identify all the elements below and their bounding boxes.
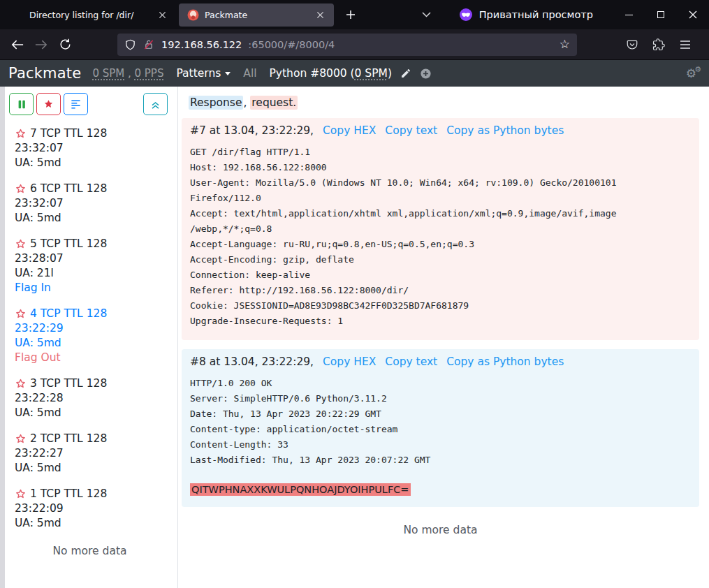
settings-gears-icon[interactable]: ⚙⚙ bbox=[686, 66, 696, 80]
packet-title: 1 TCP TTL 128 bbox=[30, 487, 107, 501]
favorite-star-icon[interactable] bbox=[15, 433, 27, 445]
app-brand[interactable]: Packmate bbox=[8, 65, 81, 82]
packet-time: 23:22:27 bbox=[15, 446, 170, 461]
packet-sidebar: 7 TCP TTL 128 23:32:07 UA: 5md 6 TCP TTL… bbox=[5, 87, 178, 588]
packet-user-agent: UA: 5md bbox=[15, 156, 170, 170]
packet-list-item-6[interactable]: 6 TCP TTL 128 23:32:07 UA: 5md bbox=[15, 182, 170, 226]
copy-text-link[interactable]: Copy text bbox=[385, 124, 437, 137]
packet-card-response-8: #8 at 13.04, 23:22:29, Copy HEX Copy tex… bbox=[182, 349, 699, 507]
copy-hex-link[interactable]: Copy HEX bbox=[323, 355, 376, 368]
favorites-filter-button[interactable] bbox=[36, 93, 61, 115]
flag-match-highlight: QITWPHNAXXKWULPQNHOAJDYOIHPULFC= bbox=[190, 483, 411, 496]
browser-tab-bar: Directory listing for /dir/ Packmate bbox=[0, 0, 709, 29]
patterns-label: Patterns bbox=[176, 67, 221, 80]
copy-text-link[interactable]: Copy text bbox=[385, 355, 437, 368]
favorite-star-icon[interactable] bbox=[15, 183, 27, 195]
sidebar-scrollbar[interactable] bbox=[0, 87, 5, 588]
pause-capture-button[interactable] bbox=[9, 93, 34, 115]
stats-separator: , bbox=[124, 67, 134, 80]
reload-button[interactable] bbox=[53, 34, 77, 56]
forward-button[interactable] bbox=[29, 34, 53, 56]
flag-out-link[interactable]: Flag Out bbox=[15, 351, 170, 365]
pocket-icon[interactable] bbox=[620, 34, 644, 56]
content-area: 7 TCP TTL 128 23:32:07 UA: 5md 6 TCP TTL… bbox=[0, 87, 709, 588]
private-browsing-badge: Приватный просмотр bbox=[459, 8, 593, 22]
packet-time: 23:28:07 bbox=[15, 251, 170, 266]
sidebar-toolbar bbox=[9, 93, 170, 115]
list-tabs-chevron-icon[interactable] bbox=[416, 3, 438, 26]
flag-in-link[interactable]: Flag In bbox=[15, 281, 170, 295]
legend-request: request. bbox=[250, 96, 298, 110]
tab-title: Packmate bbox=[205, 10, 307, 20]
packet-user-agent: UA: 5md bbox=[15, 516, 170, 531]
favorite-star-icon[interactable] bbox=[15, 488, 27, 500]
packet-list-item-4-selected[interactable]: 4 TCP TTL 128 23:22:29 UA: 5md Flag Out bbox=[15, 307, 170, 365]
favorite-star-icon[interactable] bbox=[15, 308, 27, 320]
packet-list-item-1[interactable]: 1 TCP TTL 128 23:22:09 UA: 5md bbox=[15, 487, 170, 531]
edit-service-pencil-icon[interactable] bbox=[400, 68, 411, 79]
new-tab-button[interactable] bbox=[339, 3, 362, 26]
packet-payload: HTTP/1.0 200 OK Server: SimpleHTTP/0.6 P… bbox=[190, 376, 689, 468]
packet-time: 23:32:07 bbox=[15, 141, 170, 156]
bookmark-star-icon[interactable]: ☆ bbox=[560, 38, 570, 50]
packet-title: 7 TCP TTL 128 bbox=[30, 126, 107, 141]
packmate-navbar: Packmate 0 SPM , 0 PPS Patterns All Pyth… bbox=[0, 60, 709, 87]
packet-time: 23:22:29 bbox=[15, 321, 170, 336]
service-tab-python-8000[interactable]: Python #8000 (0 SPM) bbox=[270, 67, 392, 80]
spm-stat: 0 SPM bbox=[92, 67, 124, 80]
legend-separator: , bbox=[243, 96, 250, 109]
menu-hamburger-icon[interactable] bbox=[673, 34, 697, 56]
sidebar-no-more-data: No more data bbox=[9, 545, 170, 557]
packet-list-item-5[interactable]: 5 TCP TTL 128 23:28:07 UA: 21l Flag In bbox=[15, 237, 170, 295]
packet-title: 4 TCP TTL 128 bbox=[30, 307, 107, 321]
copy-hex-link[interactable]: Copy HEX bbox=[323, 124, 376, 137]
minimize-button[interactable] bbox=[613, 0, 645, 29]
packet-id: #7 at 13.04, 23:22:29, bbox=[190, 124, 314, 137]
private-mask-icon bbox=[459, 8, 473, 22]
scroll-to-top-button[interactable] bbox=[143, 93, 168, 115]
all-services-link[interactable]: All bbox=[243, 67, 256, 80]
packmate-favicon-icon bbox=[187, 9, 199, 21]
url-host: 192.168.56.122 bbox=[161, 39, 242, 50]
packet-list-item-7[interactable]: 7 TCP TTL 128 23:32:07 UA: 5md bbox=[15, 126, 170, 170]
packet-title: 6 TCP TTL 128 bbox=[30, 182, 107, 196]
close-tab-icon[interactable] bbox=[313, 8, 327, 22]
favorite-star-icon[interactable] bbox=[15, 128, 27, 140]
browser-toolbar: 192.168.56.122:65000/#/8000/4 ☆ bbox=[0, 29, 709, 60]
close-tab-icon[interactable] bbox=[155, 8, 169, 22]
back-button[interactable] bbox=[6, 34, 29, 56]
packet-title: 5 TCP TTL 128 bbox=[30, 237, 107, 251]
url-path: :65000/#/8000/4 bbox=[248, 39, 335, 50]
packet-list-item-2[interactable]: 2 TCP TTL 128 23:22:27 UA: 5md bbox=[15, 432, 170, 476]
all-label: All bbox=[243, 67, 256, 80]
private-browsing-label: Приватный просмотр bbox=[479, 9, 593, 20]
packet-user-agent: UA: 5md bbox=[15, 211, 170, 226]
pps-stat: 0 PPS bbox=[135, 67, 164, 80]
patterns-dropdown[interactable]: Patterns bbox=[176, 67, 231, 80]
packet-user-agent: UA: 5md bbox=[15, 336, 170, 351]
tab-packmate[interactable]: Packmate bbox=[179, 3, 334, 27]
packet-list-item-3[interactable]: 3 TCP TTL 128 23:22:28 UA: 5md bbox=[15, 376, 170, 420]
packet-user-agent: UA: 21l bbox=[15, 266, 170, 281]
insecure-lock-icon[interactable] bbox=[142, 38, 155, 51]
packet-card-request-7: #7 at 13.04, 23:22:29, Copy HEX Copy tex… bbox=[182, 118, 699, 340]
close-window-button[interactable] bbox=[677, 0, 709, 29]
shield-icon[interactable] bbox=[124, 38, 136, 51]
add-service-button[interactable] bbox=[420, 68, 432, 80]
tab-directory-listing[interactable]: Directory listing for /dir/ bbox=[21, 3, 176, 27]
packet-user-agent: UA: 5md bbox=[15, 406, 170, 420]
main-no-more-data: No more data bbox=[182, 524, 699, 536]
favorite-star-icon[interactable] bbox=[15, 238, 27, 250]
url-bar[interactable]: 192.168.56.122:65000/#/8000/4 ☆ bbox=[117, 34, 577, 56]
extensions-puzzle-icon[interactable] bbox=[647, 34, 671, 56]
service-label: Python #8000 (0 SPM) bbox=[270, 67, 392, 80]
copy-python-bytes-link[interactable]: Copy as Python bytes bbox=[446, 355, 564, 368]
tab-title: Directory listing for /dir/ bbox=[29, 10, 149, 20]
favorite-star-icon[interactable] bbox=[15, 378, 27, 390]
copy-python-bytes-link[interactable]: Copy as Python bytes bbox=[446, 124, 564, 137]
packet-id: #8 at 13.04, 23:22:29, bbox=[190, 355, 314, 368]
packet-title: 2 TCP TTL 128 bbox=[30, 432, 107, 446]
packet-title: 3 TCP TTL 128 bbox=[30, 376, 107, 391]
packet-list-view-button[interactable] bbox=[64, 93, 88, 115]
maximize-button[interactable] bbox=[645, 0, 677, 29]
